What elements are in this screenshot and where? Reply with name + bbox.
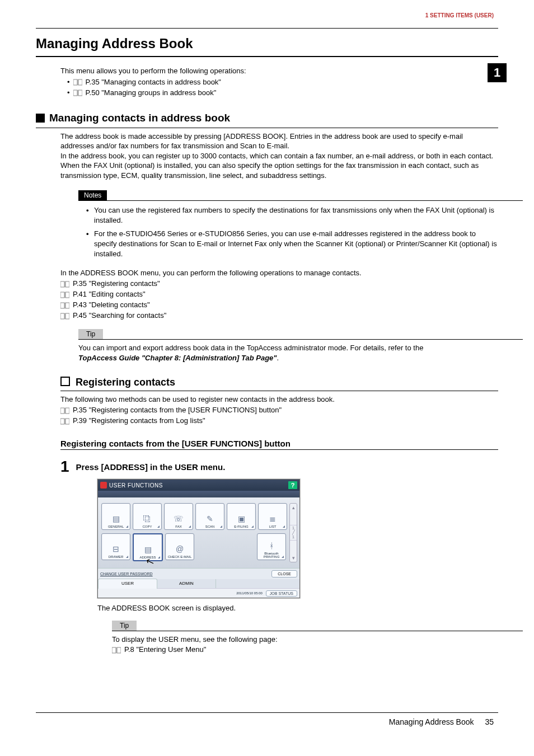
device-screenshot: USER FUNCTIONS ? ▤GENERAL ⿻COPY ☏FAX ✎SC… <box>97 479 498 598</box>
sec2-lead: The following two methods can be used to… <box>60 395 498 405</box>
page-indicator: 1╱1 <box>290 525 297 541</box>
email-icon: @ <box>174 544 186 554</box>
notes-label: Notes <box>78 190 107 200</box>
ref-searching[interactable]: P.45 "Searching for contacts" <box>60 311 498 321</box>
btn-efiling[interactable]: ▣E-FILING <box>227 503 256 530</box>
general-icon: ▤ <box>110 514 122 524</box>
svg-rect-3 <box>73 90 77 96</box>
book-icon <box>60 279 69 290</box>
svg-rect-21 <box>60 419 64 424</box>
svg-rect-10 <box>65 292 69 298</box>
change-password-link[interactable]: CHANGE USER PASSWORD <box>100 572 153 576</box>
address-icon: ▤ <box>142 544 154 555</box>
svg-rect-25 <box>117 647 121 653</box>
svg-rect-12 <box>60 303 64 308</box>
tip-body: You can import and export address book d… <box>78 343 498 363</box>
step-instruction: Press [ADDRESS] in the USER menu. <box>76 462 226 472</box>
tip-rule <box>78 339 523 340</box>
tip-label: Tip <box>112 621 137 631</box>
scroll-up-icon[interactable]: ▴ <box>292 505 295 510</box>
tip-reference-title: TopAccess Guide "Chapter 8: [Administrat… <box>78 354 277 362</box>
blank-slot <box>227 533 255 559</box>
btn-general[interactable]: ▤GENERAL <box>101 503 130 530</box>
ref-loglists[interactable]: P.39 "Registering contacts from Log list… <box>60 416 498 426</box>
sec1-para1: The address book is made accessible by p… <box>60 132 498 151</box>
note-1: You can use the registered fax numbers t… <box>86 205 498 226</box>
square-bullet-icon <box>36 114 45 123</box>
footer-rule <box>36 712 498 713</box>
footer-title: Managing Address Book <box>389 717 474 726</box>
btn-address[interactable]: ▤ADDRESS↖ <box>133 533 163 561</box>
bluetooth-icon: ᚼ <box>265 541 278 551</box>
drawer-icon: ⊟ <box>110 544 122 554</box>
mfp-panel: USER FUNCTIONS ? ▤GENERAL ⿻COPY ☏FAX ✎SC… <box>97 479 300 598</box>
ref-registering[interactable]: P.35 "Registering contacts" <box>60 279 498 289</box>
ref-editing[interactable]: P.41 "Editing contacts" <box>60 289 498 300</box>
ref-deleting[interactable]: P.43 "Deleting contacts" <box>60 300 498 311</box>
note-2: For the e-STUDIO456 Series or e-STUDIO85… <box>86 229 498 259</box>
notes-rule <box>78 200 523 201</box>
sec1-refs: P.35 "Registering contacts" P.41 "Editin… <box>60 279 498 321</box>
svg-rect-1 <box>78 79 82 85</box>
header-rule <box>36 28 498 29</box>
tab-user[interactable]: USER <box>98 579 157 589</box>
sec1-lead2: In the ADDRESS BOOK menu, you can perfor… <box>60 268 498 278</box>
btn-scan[interactable]: ✎SCAN <box>195 503 224 530</box>
scroll-bar[interactable]: ▴ 1╱1 ▾ <box>289 503 297 562</box>
btn-fax[interactable]: ☏FAX <box>164 503 193 530</box>
svg-rect-15 <box>60 313 64 319</box>
book-icon <box>60 405 69 416</box>
book-icon <box>60 416 69 426</box>
svg-rect-0 <box>73 79 77 85</box>
btn-check-email[interactable]: @CHECK E-MAIL <box>165 533 194 560</box>
book-icon <box>60 290 69 300</box>
datetime-label: 2011/05/10 05:00 <box>236 591 263 595</box>
tip-label: Tip <box>78 329 103 339</box>
svg-rect-9 <box>60 292 64 298</box>
btn-bluetooth[interactable]: ᚼBluetooth PRINTING <box>257 533 286 560</box>
book-icon <box>73 77 82 88</box>
btn-list[interactable]: ≣LIST <box>258 503 287 530</box>
close-button[interactable]: CLOSE <box>271 570 297 577</box>
book-icon <box>73 88 82 98</box>
mfp-app-icon <box>100 482 107 489</box>
mfp-subbar <box>98 491 299 497</box>
svg-rect-24 <box>112 647 116 653</box>
step-number: 1 <box>60 459 69 475</box>
mfp-row1: ▤GENERAL ⿻COPY ☏FAX ✎SCAN ▣E-FILING ≣LIS… <box>101 503 287 530</box>
blank-slot <box>196 533 224 559</box>
section-rule <box>60 391 498 391</box>
intro-lead: This menu allows you to perform the foll… <box>60 66 498 76</box>
sec1-para2: In the address book, you can register up… <box>60 151 498 181</box>
tip-rule <box>112 631 523 631</box>
notes-list: You can use the registered fax numbers t… <box>86 205 498 259</box>
svg-rect-6 <box>60 281 64 287</box>
outline-square-icon <box>60 377 70 386</box>
step-1: 1 Press [ADDRESS] in the USER menu. <box>60 459 498 475</box>
footer: Managing Address Book 35 <box>389 717 494 726</box>
mfp-status-bar: 2011/05/10 05:00 JOB STATUS <box>98 588 299 598</box>
intro-link-2[interactable]: P.50 "Managing groups in address book" <box>67 88 498 98</box>
svg-rect-22 <box>65 419 69 424</box>
content-area: Managing Address Book This menu allows y… <box>36 34 498 655</box>
btn-drawer[interactable]: ⊟DRAWER <box>101 533 130 560</box>
tip-ref-link[interactable]: P.8 "Entering User Menu" <box>124 645 206 654</box>
svg-rect-16 <box>65 313 69 319</box>
mfp-body: ▤GENERAL ⿻COPY ☏FAX ✎SCAN ▣E-FILING ≣LIS… <box>98 497 299 568</box>
section-rule <box>36 128 498 128</box>
efiling-icon: ▣ <box>235 514 247 524</box>
step1-tip: Tip To display the USER menu, see the fo… <box>112 620 498 655</box>
btn-copy[interactable]: ⿻COPY <box>133 503 162 530</box>
mfp-title: USER FUNCTIONS <box>109 482 163 489</box>
sec2-refs: P.35 "Registering contacts from the [USE… <box>60 405 498 426</box>
scroll-down-icon[interactable]: ▾ <box>292 555 295 561</box>
mfp-row2: ⊟DRAWER ▤ADDRESS↖ @CHECK E-MAIL ᚼBluetoo… <box>101 533 287 561</box>
ref-userfunc[interactable]: P.35 "Registering contacts from the [USE… <box>60 405 498 416</box>
job-status-button[interactable]: JOB STATUS <box>266 590 297 597</box>
book-icon <box>112 645 121 655</box>
tip-body-text: To display the USER menu, see the follow… <box>112 635 278 644</box>
intro-link-1[interactable]: P.35 "Managing contacts in address book" <box>67 77 498 88</box>
scan-icon: ✎ <box>204 514 216 524</box>
tab-admin[interactable]: ADMIN <box>157 579 216 588</box>
help-button[interactable]: ? <box>288 481 297 489</box>
